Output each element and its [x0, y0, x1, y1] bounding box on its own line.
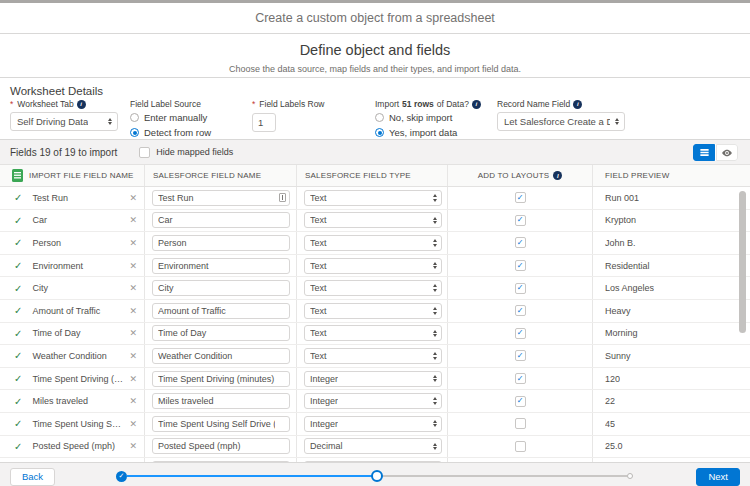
- required-marker: *: [10, 99, 13, 109]
- add-to-layouts-checkbox[interactable]: ✓: [515, 260, 526, 271]
- worksheet-tab-label: * Worksheet Tab i: [10, 99, 118, 109]
- import-field-name: City: [32, 283, 125, 293]
- unmap-x-button[interactable]: ✕: [129, 283, 137, 293]
- step-title: Define object and fields: [0, 42, 750, 58]
- info-icon[interactable]: i: [77, 100, 86, 109]
- unmap-x-button[interactable]: ✕: [129, 396, 137, 406]
- add-to-layouts-checkbox[interactable]: ✓: [515, 237, 526, 248]
- field-type-select[interactable]: Text: [304, 303, 442, 319]
- add-to-layouts-cell: ✓: [448, 300, 593, 322]
- salesforce-field-name-input[interactable]: [152, 416, 290, 432]
- add-to-layouts-checkbox[interactable]: ✓: [515, 215, 526, 226]
- salesforce-field-name-input[interactable]: [152, 280, 290, 296]
- radio-icon: [130, 113, 139, 122]
- unmap-x-button[interactable]: ✕: [129, 374, 137, 384]
- unmap-x-button[interactable]: ✕: [129, 351, 137, 361]
- field-preview-cell: Run 001: [593, 187, 732, 209]
- select-stepper-icon: [433, 330, 437, 338]
- salesforce-field-name-input[interactable]: [152, 303, 290, 319]
- unmap-x-button[interactable]: ✕: [129, 328, 137, 338]
- salesforce-field-name-input[interactable]: [152, 348, 290, 364]
- field-type-select[interactable]: Text: [304, 280, 442, 296]
- field-preview-value: Krypton: [605, 215, 636, 225]
- add-to-layouts-checkbox[interactable]: ✓: [515, 283, 526, 294]
- table-row: ✓ Weather Condition ✕ Text ✓ Sunn: [0, 345, 750, 368]
- unmap-x-button[interactable]: ✕: [129, 441, 137, 451]
- unmap-x-button[interactable]: ✕: [129, 215, 137, 225]
- progress-step-complete-icon: ✓: [116, 471, 127, 482]
- add-to-layouts-cell: ✓: [448, 323, 593, 345]
- mapped-check-icon: ✓: [14, 328, 22, 339]
- import-field-cell: ✓ Test Run ✕: [0, 187, 145, 209]
- field-type-select[interactable]: Text: [304, 235, 442, 251]
- field-type-select[interactable]: Text: [304, 258, 442, 274]
- add-to-layouts-checkbox[interactable]: ✓: [515, 305, 526, 316]
- add-to-layouts-cell: ✓: [448, 277, 593, 299]
- mapped-check-icon: ✓: [14, 283, 22, 294]
- add-to-layouts-cell: ✓: [448, 413, 593, 435]
- add-to-layouts-checkbox[interactable]: ✓: [515, 373, 526, 384]
- field-preview-value: Run 001: [605, 193, 639, 203]
- field-type-select[interactable]: Integer: [304, 393, 442, 409]
- spreadsheet-icon: [12, 169, 23, 182]
- unmap-x-button[interactable]: ✕: [129, 193, 137, 203]
- salesforce-field-name-input[interactable]: [152, 438, 290, 454]
- col-field-preview: Field Preview: [593, 165, 732, 186]
- salesforce-field-type-cell: Text: [297, 187, 448, 209]
- radio-detect-from-row[interactable]: Detect from row: [130, 127, 211, 138]
- import-field-cell: ✓ Car ✕: [0, 210, 145, 232]
- field-type-select[interactable]: Integer: [304, 371, 442, 387]
- salesforce-field-type-cell: Text: [297, 277, 448, 299]
- next-button[interactable]: Next: [696, 468, 740, 486]
- add-to-layouts-checkbox[interactable]: ✓: [515, 192, 526, 203]
- table-scrollbar-thumb[interactable]: [739, 191, 746, 333]
- add-to-layouts-checkbox[interactable]: ✓: [515, 396, 526, 407]
- back-button[interactable]: Back: [10, 468, 55, 486]
- hide-mapped-fields-checkbox[interactable]: ✓: [139, 147, 150, 158]
- radio-icon: [130, 128, 139, 137]
- salesforce-field-name-input[interactable]: [152, 371, 290, 387]
- unmap-x-button[interactable]: ✕: [129, 419, 137, 429]
- field-type-select[interactable]: Text: [304, 190, 442, 206]
- info-icon[interactable]: i: [472, 100, 481, 109]
- salesforce-field-type-cell: Integer: [297, 413, 448, 435]
- hide-mapped-fields-label: Hide mapped fields: [156, 147, 233, 157]
- add-to-layouts-checkbox[interactable]: ✓: [515, 441, 526, 452]
- mapped-check-icon: ✓: [14, 305, 22, 316]
- field-type-select[interactable]: Text: [304, 348, 442, 364]
- progress-step-current-icon: [371, 470, 383, 482]
- unmap-x-button[interactable]: ✕: [129, 306, 137, 316]
- radio-enter-manually[interactable]: Enter manually: [130, 112, 211, 123]
- salesforce-field-name-cell: [145, 345, 297, 367]
- salesforce-field-name-input[interactable]: [152, 212, 290, 228]
- salesforce-field-name-input[interactable]: [152, 258, 290, 274]
- salesforce-field-name-cell: [145, 300, 297, 322]
- unmap-x-button[interactable]: ✕: [129, 261, 137, 271]
- radio-no-skip-import[interactable]: No, skip import: [375, 112, 481, 123]
- field-labels-row-input[interactable]: [252, 113, 276, 132]
- list-view-button[interactable]: [693, 144, 715, 161]
- add-to-layouts-checkbox[interactable]: ✓: [515, 328, 526, 339]
- field-type-select[interactable]: Decimal: [304, 438, 442, 454]
- radio-yes-import-data[interactable]: Yes, import data: [375, 127, 481, 138]
- radio-icon: [375, 128, 384, 137]
- preview-view-button[interactable]: [716, 144, 738, 161]
- col-import-file-field-name: Import File Field Name: [0, 165, 145, 186]
- table-row: ✓ Test Run ✕ Text ✓ Run 001: [0, 187, 750, 210]
- salesforce-field-name-input[interactable]: [152, 235, 290, 251]
- field-type-select[interactable]: Text: [304, 212, 442, 228]
- salesforce-field-name-input[interactable]: [152, 190, 290, 206]
- add-to-layouts-checkbox[interactable]: ✓: [515, 418, 526, 429]
- add-to-layouts-checkbox[interactable]: ✓: [515, 350, 526, 361]
- salesforce-field-type-cell: Text: [297, 232, 448, 254]
- salesforce-field-name-input[interactable]: [152, 325, 290, 341]
- field-type-select[interactable]: Integer: [304, 416, 442, 432]
- worksheet-tab-select[interactable]: Self Driving Data: [10, 112, 118, 131]
- info-icon[interactable]: i: [573, 100, 582, 109]
- import-field-cell: ✓ Time Spent Using Self Drive (minutes) …: [0, 413, 145, 435]
- salesforce-field-name-input[interactable]: [152, 393, 290, 409]
- info-icon[interactable]: i: [553, 171, 562, 180]
- record-name-field-select[interactable]: Let Salesforce Create a Default Rec: [497, 112, 625, 131]
- field-type-select[interactable]: Text: [304, 325, 442, 341]
- unmap-x-button[interactable]: ✕: [129, 238, 137, 248]
